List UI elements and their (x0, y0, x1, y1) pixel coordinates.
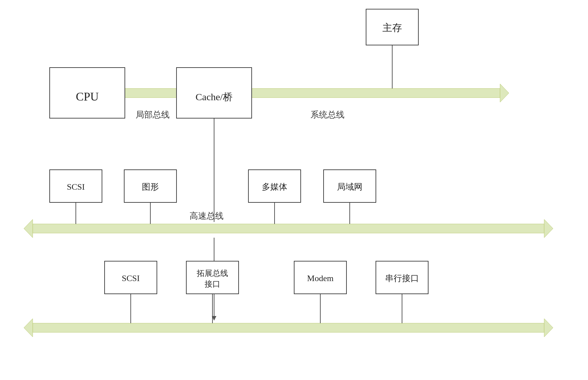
svg-rect-12 (33, 323, 544, 332)
svg-rect-3 (125, 88, 176, 98)
local-bus-label: 局部总线 (136, 110, 170, 119)
scsi1-box-label: SCSI (67, 182, 85, 192)
system-bus-arrow (243, 84, 509, 102)
diagram: 局部总线 系统总线 高速总线 (0, 0, 588, 380)
local-bus-arrow (116, 84, 185, 102)
svg-marker-13 (24, 319, 33, 337)
lan-box-label: 局域网 (337, 182, 362, 192)
system-bus-label: 系统总线 (311, 110, 344, 119)
mainmem-box-label: 主存 (382, 22, 402, 33)
expansion-bus-arrow (24, 319, 553, 337)
multimedia-box-label: 多媒体 (262, 182, 287, 192)
high-speed-bus-label: 高速总线 (190, 211, 224, 221)
svg-rect-9 (33, 224, 544, 233)
cpu-box-label: CPU (76, 90, 99, 103)
svg-marker-11 (544, 219, 553, 238)
scsi2-box-label: SCSI (122, 274, 140, 283)
expansion-box-rect (186, 261, 239, 294)
modem-box-label: Modem (307, 274, 334, 283)
expansion-box-label2: 接口 (205, 280, 220, 288)
expansion-box-label: 拓展总线 (196, 269, 228, 277)
high-speed-bus-arrow (24, 219, 553, 238)
cache-box-label: Cache/桥 (195, 91, 232, 102)
svg-marker-14 (544, 319, 553, 337)
graphic-box-label: 图形 (142, 182, 159, 192)
svg-rect-6 (252, 88, 500, 98)
svg-marker-10 (24, 219, 33, 238)
serial-box-label: 串行接口 (385, 274, 419, 283)
svg-marker-8 (500, 84, 509, 102)
